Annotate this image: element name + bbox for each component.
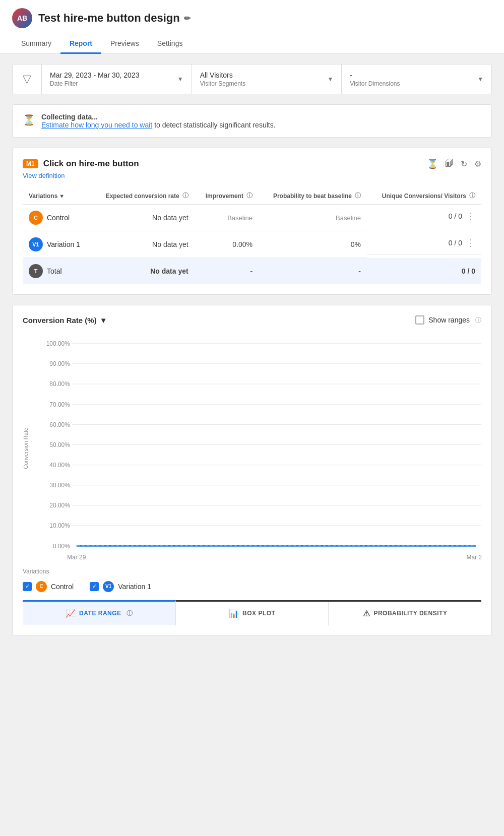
tab-settings[interactable]: Settings — [148, 34, 192, 54]
tab-probability-density[interactable]: ⚠ PROBABILITY DENSITY — [329, 602, 481, 625]
variation1-legend-circle: V1 — [103, 581, 114, 592]
estimate-wait-link[interactable]: Estimate how long you need to wait — [41, 121, 152, 129]
show-ranges-info-icon[interactable]: ⓘ — [475, 316, 481, 325]
total-conversions: 0 / 0 — [367, 258, 481, 285]
svg-text:0.00%: 0.00% — [53, 543, 70, 550]
date-range-info-icon[interactable]: ⓘ — [127, 609, 133, 618]
show-ranges-checkbox[interactable] — [415, 315, 424, 325]
settings-action-icon[interactable]: ⚙ — [474, 159, 481, 169]
metric-title-row: M1 Click on hire-me button — [23, 159, 139, 169]
visitor-segments-value: All Visitors — [200, 71, 246, 79]
variation1-name: Variation 1 — [47, 240, 80, 248]
control-probability: Baseline — [259, 205, 367, 231]
show-ranges-row: Show ranges ⓘ — [415, 315, 481, 325]
tab-box-plot[interactable]: 📊 BOX PLOT — [176, 602, 329, 625]
filter-bar: ▽ Mar 29, 2023 - Mar 30, 2023 Date Filte… — [12, 64, 492, 94]
tab-date-range[interactable]: 📈 DATE RANGE ⓘ — [23, 600, 176, 625]
chart-title[interactable]: Conversion Rate (%) ▼ — [23, 316, 107, 325]
svg-text:90.00%: 90.00% — [49, 360, 70, 367]
control-conversions: 0 / 0 ⋮ — [367, 205, 481, 228]
metric-header: M1 Click on hire-me button ⏳ 🗐 ↻ ⚙ — [23, 158, 481, 169]
control-name: Control — [47, 214, 70, 222]
date-filter-label: Date Filter — [50, 80, 139, 87]
th-improvement: Improvement ⓘ — [195, 187, 259, 205]
date-range-tab-icon: 📈 — [66, 609, 76, 618]
banner-title: Collecting data... — [41, 113, 98, 121]
svg-text:100.00%: 100.00% — [46, 340, 70, 347]
hourglass-action-icon[interactable]: ⏳ — [427, 158, 438, 169]
chart-section: Conversion Rate (%) ▼ Show ranges ⓘ Conv… — [12, 305, 492, 636]
box-plot-tab-icon: 📊 — [229, 609, 239, 618]
table-row: C Control No data yet Baseline Baseline … — [23, 205, 481, 231]
date-range-tab-label: DATE RANGE — [79, 610, 121, 617]
probability-info-icon[interactable]: ⓘ — [355, 191, 361, 200]
date-filter-value: Mar 29, 2023 - Mar 30, 2023 — [50, 71, 139, 79]
view-definition-link[interactable]: View definition — [23, 172, 65, 179]
table-row-total: T Total No data yet - - 0 / 0 — [23, 258, 481, 285]
conversion-rate-chart: 100.00% 90.00% 80.00% 70.00% 60.00% 50.0… — [33, 333, 481, 562]
improvement-info-icon[interactable]: ⓘ — [246, 191, 253, 200]
control-expected-rate: No data yet — [92, 205, 195, 231]
variation1-more-icon[interactable]: ⋮ — [466, 237, 475, 248]
nav-tabs: Summary Report Previews Settings — [12, 34, 492, 53]
control-legend-label: Control — [51, 583, 74, 591]
total-cell: T Total — [23, 258, 92, 285]
banner-text: Collecting data... Estimate how long you… — [41, 113, 276, 129]
variations-table: Variations ▼ Expected conversion rate ⓘ … — [23, 187, 481, 284]
variation1-cell: V1 Variation 1 — [23, 231, 92, 258]
show-ranges-label: Show ranges — [428, 316, 470, 324]
total-probability: - — [259, 258, 367, 285]
filter-icon: ▽ — [23, 73, 31, 86]
tab-report[interactable]: Report — [60, 34, 101, 54]
variation1-expected-rate: No data yet — [92, 231, 195, 258]
th-variations: Variations ▼ — [23, 187, 92, 205]
total-circle: T — [29, 264, 43, 278]
refresh-action-icon[interactable]: ↻ — [461, 159, 467, 169]
variation1-legend-checkbox[interactable]: ✓ — [90, 582, 99, 591]
variations-filter-icon[interactable]: ▼ — [59, 193, 65, 199]
control-improvement: Baseline — [195, 205, 259, 231]
svg-text:40.00%: 40.00% — [49, 462, 70, 469]
hourglass-icon: ⏳ — [23, 114, 35, 126]
filter-icon-section: ▽ — [13, 65, 42, 94]
box-plot-tab-label: BOX PLOT — [242, 610, 275, 617]
edit-icon[interactable]: ✏ — [184, 14, 191, 23]
svg-text:10.00%: 10.00% — [49, 522, 70, 529]
total-name: Total — [47, 267, 62, 275]
control-circle: C — [29, 211, 43, 225]
visitor-dimensions-filter[interactable]: - Visitor Dimensions ▼ — [342, 65, 491, 94]
main-content: ▽ Mar 29, 2023 - Mar 30, 2023 Date Filte… — [0, 54, 504, 646]
svg-text:30.00%: 30.00% — [49, 482, 70, 489]
th-conversions: Unique Conversions/ Visitors ⓘ — [367, 187, 481, 205]
variation1-circle: V1 — [29, 237, 43, 251]
date-filter[interactable]: Mar 29, 2023 - Mar 30, 2023 Date Filter … — [42, 65, 192, 94]
th-expected-rate: Expected conversion rate ⓘ — [92, 187, 195, 205]
tab-summary[interactable]: Summary — [12, 34, 60, 54]
metric-card: M1 Click on hire-me button ⏳ 🗐 ↻ ⚙ View … — [12, 148, 492, 295]
conversions-info-icon[interactable]: ⓘ — [469, 191, 475, 200]
control-legend-circle: C — [36, 581, 47, 592]
tab-previews[interactable]: Previews — [101, 34, 148, 54]
control-more-icon[interactable]: ⋮ — [466, 211, 475, 222]
expected-rate-info-icon[interactable]: ⓘ — [182, 191, 188, 200]
chart-area: 100.00% 90.00% 80.00% 70.00% 60.00% 50.0… — [33, 333, 481, 564]
svg-text:Mar 29: Mar 29 — [67, 554, 86, 561]
total-expected-rate: No data yet — [92, 258, 195, 285]
page-title: Test hire-me button design ✏ — [38, 12, 191, 25]
svg-text:70.00%: 70.00% — [49, 401, 70, 408]
app-header: AB Test hire-me button design ✏ Summary … — [0, 0, 504, 54]
chart-legend: ✓ C Control ✓ V1 Variation 1 — [23, 581, 481, 592]
svg-text:Mar 30: Mar 30 — [467, 554, 481, 561]
control-legend-checkbox[interactable]: ✓ — [23, 582, 32, 591]
variation1-legend-label: Variation 1 — [118, 583, 151, 591]
variation1-conversions: 0 / 0 ⋮ — [367, 231, 481, 255]
chart-header: Conversion Rate (%) ▼ Show ranges ⓘ — [23, 315, 481, 325]
total-improvement: - — [195, 258, 259, 285]
svg-text:20.00%: 20.00% — [49, 502, 70, 509]
collecting-data-banner: ⏳ Collecting data... Estimate how long y… — [12, 104, 492, 138]
visitor-segments-filter[interactable]: All Visitors Visitor Segments ▼ — [192, 65, 342, 94]
copy-action-icon[interactable]: 🗐 — [445, 159, 454, 169]
visitor-segments-label: Visitor Segments — [200, 80, 246, 87]
date-filter-chevron: ▼ — [177, 76, 183, 83]
metric-actions: ⏳ 🗐 ↻ ⚙ — [427, 158, 481, 169]
